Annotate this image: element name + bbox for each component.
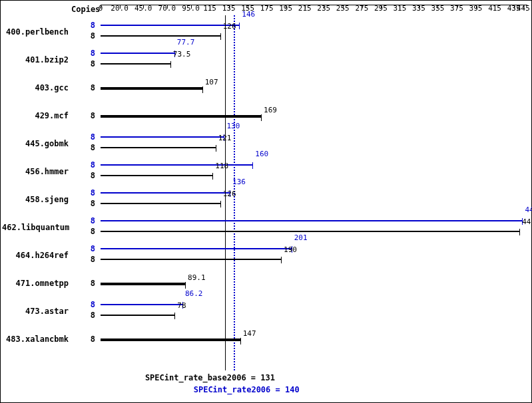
copies-base: 8 <box>83 83 95 92</box>
base-value-label: 190 <box>284 245 297 254</box>
benchmark-row: 456.hmmer88160118 <box>1 158 527 186</box>
copies-peak: 8 <box>83 300 95 309</box>
base-value-label: 147 <box>243 329 256 338</box>
copies-base: 8 <box>83 31 95 41</box>
bar-area: 86.278 <box>101 297 527 325</box>
copies-peak: 8 <box>83 132 95 142</box>
peak-bar <box>101 53 174 54</box>
axis-tick-label: 115 <box>203 4 216 13</box>
bar-area: 146126 <box>101 18 527 46</box>
axis-tick-label: 415 <box>488 4 501 13</box>
benchmark-name: 403.gcc <box>2 83 69 92</box>
benchmark-row: 471.omnetpp889.1 <box>1 269 527 297</box>
peak-bar <box>101 164 252 166</box>
peak-bar <box>101 248 292 249</box>
copies-peak: 8 <box>83 49 95 58</box>
base-bar <box>101 283 185 285</box>
axis-tick-label: 195 <box>279 4 292 13</box>
benchmark-row: 473.astar8886.278 <box>1 297 527 325</box>
benchmark-row: 429.mcf8169 <box>1 102 527 130</box>
base-value-label: 89.1 <box>188 273 206 282</box>
benchmark-row: 464.h264ref88201190 <box>1 241 527 269</box>
peak-value-label: 160 <box>255 150 268 158</box>
axis-tick-label: 175 <box>260 4 274 13</box>
copies-peak: 8 <box>83 160 95 170</box>
benchmark-name: 464.h264ref <box>2 251 69 260</box>
base-bar <box>101 175 212 176</box>
base-value-label: 73.5 <box>173 50 191 59</box>
copies-header: Copies <box>71 5 100 14</box>
copies-base: 8 <box>83 279 95 288</box>
peak-bar <box>101 136 224 138</box>
base-value-label: 107 <box>205 78 218 86</box>
benchmark-rows: 400.perlbench88146126401.bzip28877.773.5… <box>1 18 527 353</box>
copies-peak: 8 <box>83 188 95 198</box>
base-bar <box>101 63 170 65</box>
base-value-label: 441 <box>522 217 532 226</box>
mean-peak-label: SPECint_rate2006 = 140 <box>194 385 300 394</box>
axis-tick-label: 45.0 <box>134 4 152 13</box>
benchmark-row: 401.bzip28877.773.5 <box>1 46 527 74</box>
bar-area: 130121 <box>101 130 527 158</box>
axis-tick-label: 70.0 <box>158 4 176 13</box>
copies-peak: 8 <box>83 216 95 225</box>
peak-bar <box>101 25 239 26</box>
mean-base-label: SPECint_rate_base2006 = 131 <box>145 373 275 382</box>
benchmark-name: 471.omnetpp <box>2 279 69 288</box>
bar-area: 169 <box>101 102 527 130</box>
axis-tick-label: 20.0 <box>111 4 129 13</box>
bar-area: 147 <box>101 325 527 353</box>
copies-peak: 8 <box>83 21 95 30</box>
benchmark-name: 462.libquantum <box>2 223 69 232</box>
benchmark-name: 458.sjeng <box>2 195 69 204</box>
bar-area: 136126 <box>101 186 527 213</box>
peak-value-label: 130 <box>226 122 240 130</box>
base-bar <box>101 203 220 204</box>
axis-tick-label: 275 <box>355 4 368 13</box>
axis-tick-label: 375 <box>450 4 463 13</box>
copies-base: 8 <box>83 335 95 344</box>
axis-tick-label: 295 <box>374 4 388 13</box>
peak-value-label: 136 <box>232 178 246 186</box>
bar-area: 107 <box>101 74 527 102</box>
base-bar <box>101 259 281 260</box>
chart-footer: SPECint_rate_base2006 = 131 SPECint_rate… <box>101 373 527 397</box>
spec-chart: { "chart_data": { "type": "bar", "title"… <box>0 0 532 403</box>
x-axis: 020.045.070.095.011513515517519521523525… <box>101 5 527 16</box>
base-value-label: 121 <box>218 134 232 142</box>
copies-base: 8 <box>83 111 95 120</box>
axis-tick-label: 445 <box>517 4 530 13</box>
benchmark-name: 445.gobmk <box>2 139 69 148</box>
bar-area: 89.1 <box>101 269 527 297</box>
base-value-label: 78 <box>177 301 186 310</box>
copies-base: 8 <box>83 199 95 208</box>
axis-tick-label: 95.0 <box>182 4 200 13</box>
base-value-label: 169 <box>264 106 277 114</box>
base-bar <box>101 338 240 341</box>
axis-tick-label: 395 <box>469 4 483 13</box>
benchmark-name: 429.mcf <box>2 111 69 120</box>
bar-area: 201190 <box>101 241 527 269</box>
benchmark-row: 483.xalancbmk8147 <box>1 325 527 353</box>
axis-tick-label: 355 <box>431 4 445 13</box>
axis-tick-label: 235 <box>317 4 330 13</box>
base-bar <box>101 147 216 148</box>
base-bar <box>101 87 202 90</box>
base-value-label: 126 <box>223 190 236 198</box>
bar-area: 160118 <box>101 158 527 186</box>
peak-bar <box>101 304 182 305</box>
axis-tick-label: 0 <box>99 4 103 13</box>
base-bar <box>101 231 519 232</box>
peak-value-label: 444 <box>525 205 532 214</box>
benchmark-row: 403.gcc8107 <box>1 74 527 102</box>
copies-base: 8 <box>83 143 95 152</box>
peak-bar <box>101 220 522 221</box>
base-bar <box>101 315 174 316</box>
benchmark-row: 462.libquantum88444441 <box>1 213 527 241</box>
copies-base: 8 <box>83 59 95 68</box>
peak-bar <box>101 192 230 194</box>
axis-tick-label: 315 <box>393 4 406 13</box>
copies-base: 8 <box>83 227 95 236</box>
benchmark-name: 483.xalancbmk <box>2 335 69 344</box>
copies-base: 8 <box>83 311 95 320</box>
